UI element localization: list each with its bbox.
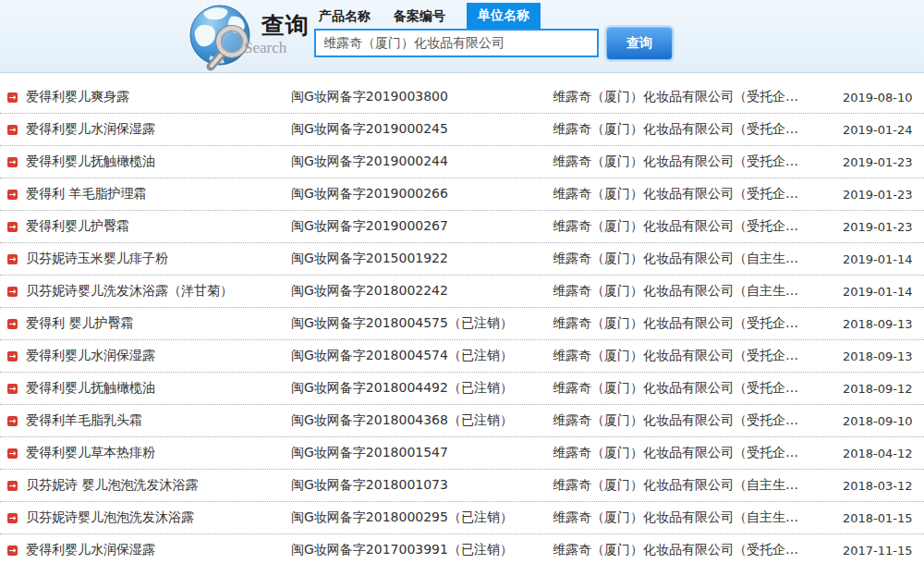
tab-company-name[interactable]: 单位名称: [467, 3, 541, 29]
company-name: 维露奇（厦门）化妆品有限公司（受托企…: [553, 412, 843, 429]
registration-number: 闽G妆网备字2019000245: [291, 121, 553, 138]
registration-date: 2019-01-23: [843, 155, 924, 169]
company-name: 维露奇（厦门）化妆品有限公司（受托企…: [553, 348, 843, 364]
product-name[interactable]: 爱得利婴儿抚触橄榄油: [26, 153, 291, 170]
registration-number: 闽G妆网备字2018004574（已注销）: [291, 348, 553, 364]
company-name: 维露奇（厦门）化妆品有限公司（自主生…: [553, 477, 843, 494]
product-name[interactable]: 贝芬妮诗婴儿洗发沐浴露（洋甘菊）: [26, 283, 291, 300]
arrow-right-icon: →: [7, 92, 18, 103]
product-name[interactable]: 爱得利婴儿水润保湿露: [26, 348, 291, 364]
registration-number: 闽G妆网备字2018000295（已注销）: [291, 509, 553, 526]
table-row[interactable]: → 爱得利婴儿护臀霜 闽G妆网备字2019000267 维露奇（厦门）化妆品有限…: [0, 211, 924, 243]
results-list: → 爱得利婴儿爽身露 闽G妆网备字2019003800 维露奇（厦门）化妆品有限…: [0, 81, 924, 564]
arrow-right-icon: →: [7, 513, 18, 523]
registration-number: 闽G妆网备字2019000244: [291, 153, 553, 170]
registration-number: 闽G妆网备字2019000267: [291, 218, 553, 235]
product-name[interactable]: 贝芬妮诗 婴儿泡泡洗发沐浴露: [26, 477, 291, 494]
registration-date: 2019-01-14: [843, 252, 924, 266]
globe-magnifier-icon: [188, 2, 257, 72]
arrow-right-icon: →: [7, 190, 18, 200]
registration-date: 2019-08-10: [843, 91, 924, 104]
registration-number: 闽G妆网备字2015001922: [291, 251, 553, 267]
registration-date: 2018-01-15: [843, 511, 924, 525]
arrow-right-icon: →: [7, 157, 18, 167]
registration-number: 闽G妆网备字2017003991（已注销）: [291, 542, 553, 558]
product-name[interactable]: 爱得利 羊毛脂护理霜: [26, 186, 291, 202]
company-name: 维露奇（厦门）化妆品有限公司（受托企…: [553, 121, 843, 138]
logo-title: 查询: [261, 10, 310, 41]
product-name[interactable]: 爱得利婴儿水润保湿露: [26, 542, 291, 558]
table-row[interactable]: → 爱得利婴儿水润保湿露 闽G妆网备字2017003991（已注销） 维露奇（厦…: [0, 534, 924, 564]
search-button[interactable]: 查询: [606, 27, 673, 60]
registration-number: 闽G妆网备字2018001547: [291, 445, 553, 461]
table-row[interactable]: → 爱得利婴儿爽身露 闽G妆网备字2019003800 维露奇（厦门）化妆品有限…: [0, 81, 924, 114]
search-input[interactable]: [314, 29, 599, 57]
arrow-right-icon: →: [7, 319, 18, 329]
company-name: 维露奇（厦门）化妆品有限公司（自主生…: [553, 283, 843, 300]
table-row[interactable]: → 爱得利羊毛脂乳头霜 闽G妆网备字2018004368（已注销） 维露奇（厦门…: [0, 405, 924, 437]
tab-product-name[interactable]: 产品名称: [317, 5, 372, 29]
registration-date: 2019-01-23: [843, 220, 924, 234]
product-name[interactable]: 爱得利婴儿抚触橄榄油: [26, 380, 291, 397]
tab-registration-number[interactable]: 备案编号: [392, 5, 447, 29]
table-row[interactable]: → 爱得利婴儿水润保湿露 闽G妆网备字2018004574（已注销） 维露奇（厦…: [0, 340, 924, 373]
registration-number: 闽G妆网备字2018001073: [291, 477, 553, 494]
registration-date: 2018-09-10: [843, 414, 924, 428]
search-tabs: 产品名称 备案编号 单位名称: [314, 6, 673, 29]
product-name[interactable]: 贝芬妮诗玉米婴儿痱子粉: [26, 251, 291, 267]
registration-number: 闽G妆网备字2019003800: [291, 89, 553, 105]
company-name: 维露奇（厦门）化妆品有限公司（受托企…: [553, 218, 843, 235]
registration-number: 闽G妆网备字2018002242: [291, 283, 553, 300]
company-name: 维露奇（厦门）化妆品有限公司（受托企…: [553, 315, 843, 332]
company-name: 维露奇（厦门）化妆品有限公司（受托企…: [553, 380, 843, 397]
product-name[interactable]: 爱得利 婴儿护臀霜: [26, 315, 291, 332]
table-row[interactable]: → 爱得利婴儿抚触橄榄油 闽G妆网备字2019000244 维露奇（厦门）化妆品…: [0, 146, 924, 178]
table-row[interactable]: → 爱得利婴儿水润保湿露 闽G妆网备字2019000245 维露奇（厦门）化妆品…: [0, 114, 924, 146]
arrow-right-icon: →: [7, 287, 18, 297]
product-name[interactable]: 贝芬妮诗婴儿泡泡洗发沐浴露: [26, 509, 291, 526]
arrow-right-icon: →: [7, 481, 18, 491]
product-name[interactable]: 爱得利羊毛脂乳头霜: [26, 412, 291, 429]
company-name: 维露奇（厦门）化妆品有限公司（自主生…: [553, 509, 843, 526]
table-row[interactable]: → 贝芬妮诗玉米婴儿痱子粉 闽G妆网备字2015001922 维露奇（厦门）化妆…: [0, 243, 924, 276]
table-row[interactable]: → 贝芬妮诗婴儿洗发沐浴露（洋甘菊） 闽G妆网备字2018002242 维露奇（…: [0, 276, 924, 308]
search-header: 查询 Search 产品名称 备案编号 单位名称 查询: [0, 0, 924, 73]
arrow-right-icon: →: [7, 416, 18, 426]
arrow-right-icon: →: [7, 546, 18, 556]
table-row[interactable]: → 爱得利婴儿草本热痱粉 闽G妆网备字2018001547 维露奇（厦门）化妆品…: [0, 437, 924, 470]
product-name[interactable]: 爱得利婴儿护臀霜: [26, 218, 291, 235]
arrow-right-icon: →: [7, 448, 18, 459]
arrow-right-icon: →: [7, 125, 18, 135]
registration-number: 闽G妆网备字2018004368（已注销）: [291, 412, 553, 429]
product-name[interactable]: 爱得利婴儿爽身露: [26, 89, 291, 105]
table-row[interactable]: → 贝芬妮诗婴儿泡泡洗发沐浴露 闽G妆网备字2018000295（已注销） 维露…: [0, 502, 924, 534]
company-name: 维露奇（厦门）化妆品有限公司（受托企…: [553, 153, 843, 170]
registration-date: 2018-09-12: [843, 382, 924, 396]
product-name[interactable]: 爱得利婴儿水润保湿露: [26, 121, 291, 138]
registration-date: 2019-01-24: [843, 123, 924, 137]
table-row[interactable]: → 爱得利婴儿抚触橄榄油 闽G妆网备字2018004492（已注销） 维露奇（厦…: [0, 373, 924, 405]
registration-date: 2018-03-12: [843, 479, 924, 493]
registration-date: 2018-09-13: [843, 317, 924, 331]
arrow-right-icon: →: [7, 222, 18, 232]
table-row[interactable]: → 爱得利 羊毛脂护理霜 闽G妆网备字2019000266 维露奇（厦门）化妆品…: [0, 178, 924, 211]
company-name: 维露奇（厦门）化妆品有限公司（受托企…: [553, 542, 843, 558]
registration-date: 2019-01-14: [843, 285, 924, 299]
product-name[interactable]: 爱得利婴儿草本热痱粉: [26, 445, 291, 461]
registration-number: 闽G妆网备字2018004575（已注销）: [291, 315, 553, 332]
registration-number: 闽G妆网备字2018004492（已注销）: [291, 380, 553, 397]
search-area: 产品名称 备案编号 单位名称 查询: [314, 6, 673, 60]
registration-number: 闽G妆网备字2019000266: [291, 186, 553, 202]
company-name: 维露奇（厦门）化妆品有限公司（受托企…: [553, 89, 843, 105]
arrow-right-icon: →: [7, 351, 18, 362]
company-name: 维露奇（厦门）化妆品有限公司（自主生…: [553, 251, 843, 267]
registration-date: 2019-01-23: [843, 188, 924, 202]
registration-date: 2017-11-15: [843, 544, 924, 558]
company-name: 维露奇（厦门）化妆品有限公司（受托企…: [553, 186, 843, 202]
logo-subtitle: Search: [244, 39, 286, 57]
registration-date: 2018-04-12: [843, 447, 924, 460]
table-row[interactable]: → 爱得利 婴儿护臀霜 闽G妆网备字2018004575（已注销） 维露奇（厦门…: [0, 308, 924, 340]
table-row[interactable]: → 贝芬妮诗 婴儿泡泡洗发沐浴露 闽G妆网备字2018001073 维露奇（厦门…: [0, 470, 924, 502]
company-name: 维露奇（厦门）化妆品有限公司（受托企…: [553, 445, 843, 461]
registration-date: 2018-09-13: [843, 349, 924, 363]
